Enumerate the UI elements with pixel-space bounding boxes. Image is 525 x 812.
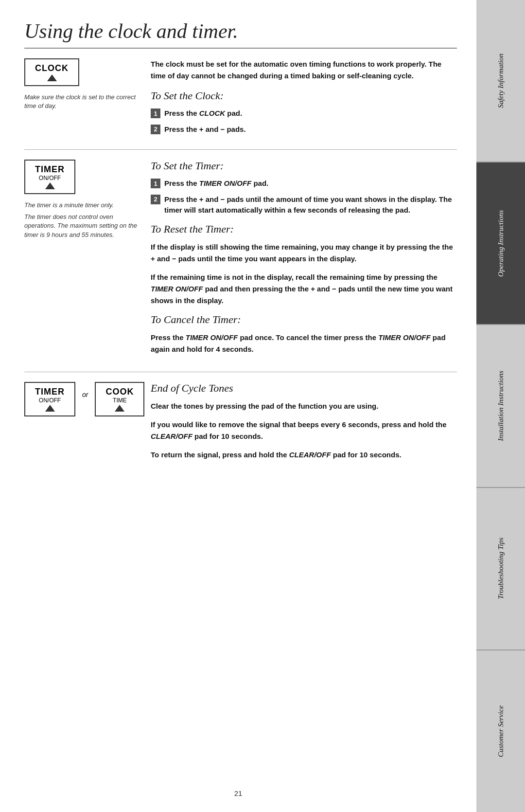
sidebar-operating-label: Operating Instructions <box>496 210 505 277</box>
clock-button-box: CLOCK <box>24 58 79 86</box>
clock-step-2: 2 Press the + and − pads. <box>151 124 457 135</box>
sidebar-installation-label: Installation Instructions <box>496 371 505 441</box>
timer-button-box: TIMER ON/OFF <box>24 160 75 194</box>
sidebar-troubleshooting: Troubleshooting Tips <box>476 488 525 650</box>
timer-onoff-button-box: TIMER ON/OFF <box>24 382 75 416</box>
page-number: 21 <box>234 789 243 797</box>
clock-step-2-text: Press the + and − pads. <box>164 124 246 135</box>
timer-reset-para-2: If the remaining time is not in the disp… <box>151 271 457 307</box>
sidebar-customer: Customer Service <box>476 650 525 812</box>
timer-reset-subtitle: To Reset the Timer: <box>151 223 457 235</box>
timer-section-right: To Set the Timer: 1 Press the TIMER ON/O… <box>151 160 457 362</box>
sidebar-customer-label: Customer Service <box>496 705 505 757</box>
timer-onoff-label: TIMER <box>35 387 65 397</box>
timer-cancel-subtitle: To Cancel the Timer: <box>151 313 457 326</box>
sidebar-operating: Operating Instructions <box>476 162 525 325</box>
end-of-cycle-section-left: TIMER ON/OFF or COOK TIME <box>24 382 151 468</box>
sidebar-safety-label: Safety Information <box>496 54 505 108</box>
clock-step-1-num: 1 <box>151 108 160 118</box>
clock-button-label: CLOCK <box>35 63 69 73</box>
page-title: Using the clock and timer. <box>24 19 457 49</box>
end-of-cycle-para-3: To return the signal, press and hold the… <box>151 449 457 461</box>
timer-button-label: TIMER <box>35 164 65 175</box>
timer-reset-para-1: If the display is still showing the time… <box>151 241 457 265</box>
timer-step-1-text: Press the TIMER ON/OFF pad. <box>164 178 268 189</box>
clock-section-left: CLOCK Make sure the clock is set to the … <box>24 58 151 140</box>
timer-reset-section: To Reset the Timer: If the display is st… <box>151 223 457 307</box>
timer-step-2-num: 2 <box>151 195 160 204</box>
sidebar: Safety Information Operating Instruction… <box>476 0 525 812</box>
end-of-cycle-section: TIMER ON/OFF or COOK TIME End of Cycle T… <box>24 382 457 477</box>
timer-step-1: 1 Press the TIMER ON/OFF pad. <box>151 178 457 189</box>
end-of-cycle-para-1: Clear the tones by pressing the pad of t… <box>151 400 457 412</box>
timer-arrow-icon <box>45 182 55 189</box>
timer-set-subtitle: To Set the Timer: <box>151 160 457 172</box>
timer-section: TIMER ON/OFF The timer is a minute timer… <box>24 160 457 372</box>
timer-caption-2: The timer does not control oven operatio… <box>24 213 141 239</box>
cook-time-label: COOK <box>105 387 134 397</box>
clock-section: CLOCK Make sure the clock is set to the … <box>24 58 457 150</box>
end-of-cycle-para-2: If you would like to remove the signal t… <box>151 419 457 442</box>
timer-step-1-num: 1 <box>151 179 160 188</box>
end-of-cycle-subtitle: End of Cycle Tones <box>151 382 457 395</box>
clock-step-1-text: Press the CLOCK pad. <box>164 108 242 119</box>
end-of-cycle-buttons: TIMER ON/OFF or COOK TIME <box>24 382 141 420</box>
clock-step-2-num: 2 <box>151 125 160 134</box>
clock-intro: The clock must be set for the automatic … <box>151 58 457 82</box>
main-content: Using the clock and timer. CLOCK Make su… <box>0 0 476 812</box>
clock-subtitle: To Set the Clock: <box>151 90 457 102</box>
timer-button-sublabel: ON/OFF <box>35 175 65 181</box>
timer-step-2-text: Press the + and − pads until the amount … <box>164 194 457 216</box>
end-of-cycle-section-right: End of Cycle Tones Clear the tones by pr… <box>151 382 457 468</box>
or-label: or <box>82 382 88 398</box>
timer-onoff-arrow-icon <box>45 405 55 412</box>
sidebar-troubleshooting-label: Troubleshooting Tips <box>496 538 505 599</box>
sidebar-installation: Installation Instructions <box>476 325 525 487</box>
timer-step-2: 2 Press the + and − pads until the amoun… <box>151 194 457 216</box>
timer-section-left: TIMER ON/OFF The timer is a minute timer… <box>24 160 151 362</box>
cook-time-arrow-icon <box>115 405 124 412</box>
timer-onoff-sublabel: ON/OFF <box>35 397 65 404</box>
clock-step-1: 1 Press the CLOCK pad. <box>151 108 457 119</box>
clock-arrow-icon <box>47 74 57 81</box>
timer-caption-1: The timer is a minute timer only. <box>24 201 141 210</box>
clock-section-right: The clock must be set for the automatic … <box>151 58 457 140</box>
timer-cancel-text: Press the TIMER ON/OFF pad once. To canc… <box>151 332 457 355</box>
sidebar-safety: Safety Information <box>476 0 525 162</box>
cook-time-sublabel: TIME <box>105 397 134 404</box>
cook-time-button-box: COOK TIME <box>95 382 144 416</box>
clock-caption: Make sure the clock is set to the correc… <box>24 93 141 110</box>
